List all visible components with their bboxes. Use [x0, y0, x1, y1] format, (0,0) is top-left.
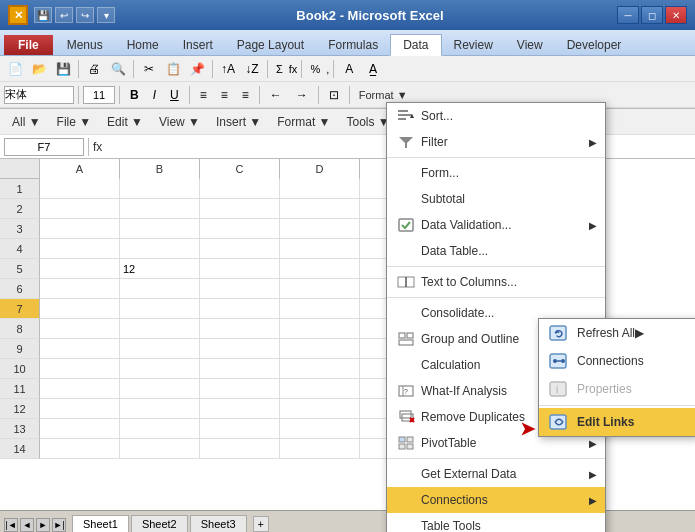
restore-button[interactable]: ◻: [641, 6, 663, 24]
format-menu-btn[interactable]: Format ▼: [354, 87, 413, 103]
open-button[interactable]: 📂: [28, 59, 50, 79]
cell-b1[interactable]: [120, 179, 200, 199]
align-center-button[interactable]: ≡: [215, 86, 234, 104]
cell-c9[interactable]: [200, 339, 280, 359]
cell-d12[interactable]: [280, 399, 360, 419]
cut-button[interactable]: ✂: [138, 59, 160, 79]
save-toolbar-button[interactable]: 💾: [52, 59, 74, 79]
font-name-input[interactable]: [4, 86, 74, 104]
cell-a6[interactable]: [40, 279, 120, 299]
tab-data[interactable]: Data: [390, 34, 441, 56]
save-button[interactable]: 💾: [34, 7, 52, 23]
cell-a1[interactable]: [40, 179, 120, 199]
sheet-last-button[interactable]: ►|: [52, 518, 66, 532]
tab-file[interactable]: File: [4, 35, 53, 55]
tab-formulas[interactable]: Formulas: [316, 35, 390, 55]
cell-d3[interactable]: [280, 219, 360, 239]
close-button[interactable]: ✕: [665, 6, 687, 24]
cell-d7[interactable]: [280, 299, 360, 319]
cell-a14[interactable]: [40, 439, 120, 459]
new-button[interactable]: 📄: [4, 59, 26, 79]
menu-sort[interactable]: Sort...: [387, 103, 605, 129]
sort-desc-button[interactable]: ↓Z: [241, 59, 263, 79]
sheet-prev-button[interactable]: ◄: [20, 518, 34, 532]
cell-b8[interactable]: [120, 319, 200, 339]
cell-b7[interactable]: [120, 299, 200, 319]
cell-b12[interactable]: [120, 399, 200, 419]
merge-button[interactable]: ⊡: [323, 86, 345, 104]
cell-a8[interactable]: [40, 319, 120, 339]
tab-home[interactable]: Home: [115, 35, 171, 55]
quickaccess-more-button[interactable]: ▾: [97, 7, 115, 23]
tab-review[interactable]: Review: [442, 35, 505, 55]
cell-a7[interactable]: [40, 299, 120, 319]
cell-d2[interactable]: [280, 199, 360, 219]
cell-b9[interactable]: [120, 339, 200, 359]
cell-b3[interactable]: [120, 219, 200, 239]
cell-c13[interactable]: [200, 419, 280, 439]
menu-format[interactable]: Format ▼: [269, 113, 338, 131]
cell-d1[interactable]: [280, 179, 360, 199]
cell-c11[interactable]: [200, 379, 280, 399]
font-color-button[interactable]: A: [338, 59, 360, 79]
submenu-properties[interactable]: i Properties: [539, 375, 695, 403]
cell-d11[interactable]: [280, 379, 360, 399]
menu-view[interactable]: View ▼: [151, 113, 208, 131]
cell-c6[interactable]: [200, 279, 280, 299]
cell-a5[interactable]: [40, 259, 120, 279]
cell-d14[interactable]: [280, 439, 360, 459]
redo-button[interactable]: ↪: [76, 7, 94, 23]
increase-indent-button[interactable]: →: [290, 86, 314, 104]
tab-menus[interactable]: Menus: [55, 35, 115, 55]
menu-get-external[interactable]: Get External Data ▶: [387, 461, 605, 487]
tab-page-layout[interactable]: Page Layout: [225, 35, 316, 55]
sort-asc-button[interactable]: ↑A: [217, 59, 239, 79]
cell-d9[interactable]: [280, 339, 360, 359]
cell-a10[interactable]: [40, 359, 120, 379]
tab-insert[interactable]: Insert: [171, 35, 225, 55]
submenu-refresh-all[interactable]: Refresh All ▶: [539, 319, 695, 347]
cell-a9[interactable]: [40, 339, 120, 359]
cell-a2[interactable]: [40, 199, 120, 219]
cell-a12[interactable]: [40, 399, 120, 419]
menu-subtotal[interactable]: Subtotal: [387, 186, 605, 212]
sheet-tab-2[interactable]: Sheet2: [131, 515, 188, 532]
cell-a3[interactable]: [40, 219, 120, 239]
menu-insert[interactable]: Insert ▼: [208, 113, 269, 131]
cell-d4[interactable]: [280, 239, 360, 259]
insert-sheet-button[interactable]: +: [253, 516, 269, 532]
cell-b11[interactable]: [120, 379, 200, 399]
print-preview-button[interactable]: 🔍: [107, 59, 129, 79]
cell-a11[interactable]: [40, 379, 120, 399]
cell-b2[interactable]: [120, 199, 200, 219]
menu-form[interactable]: Form...: [387, 160, 605, 186]
cell-b4[interactable]: [120, 239, 200, 259]
menu-data-validation[interactable]: Data Validation... ▶: [387, 212, 605, 238]
minimize-button[interactable]: ─: [617, 6, 639, 24]
cell-c14[interactable]: [200, 439, 280, 459]
fill-color-button[interactable]: A̲: [362, 59, 384, 79]
menu-edit[interactable]: Edit ▼: [99, 113, 151, 131]
align-right-button[interactable]: ≡: [236, 86, 255, 104]
underline-button[interactable]: U: [164, 86, 185, 104]
paste-button[interactable]: 📌: [186, 59, 208, 79]
cell-c7[interactable]: [200, 299, 280, 319]
menu-all[interactable]: All ▼: [4, 113, 49, 131]
cell-c12[interactable]: [200, 399, 280, 419]
name-box[interactable]: [4, 138, 84, 156]
print-button[interactable]: 🖨: [83, 59, 105, 79]
cell-c4[interactable]: [200, 239, 280, 259]
submenu-connections[interactable]: Connections: [539, 347, 695, 375]
decrease-indent-button[interactable]: ←: [264, 86, 288, 104]
cell-c3[interactable]: [200, 219, 280, 239]
tab-developer[interactable]: Developer: [555, 35, 634, 55]
copy-button[interactable]: 📋: [162, 59, 184, 79]
cell-b6[interactable]: [120, 279, 200, 299]
cell-c5[interactable]: [200, 259, 280, 279]
cell-b10[interactable]: [120, 359, 200, 379]
menu-table-tools[interactable]: Table Tools: [387, 513, 605, 532]
undo-button[interactable]: ↩: [55, 7, 73, 23]
cell-c2[interactable]: [200, 199, 280, 219]
sheet-tab-1[interactable]: Sheet1: [72, 515, 129, 532]
tab-view[interactable]: View: [505, 35, 555, 55]
